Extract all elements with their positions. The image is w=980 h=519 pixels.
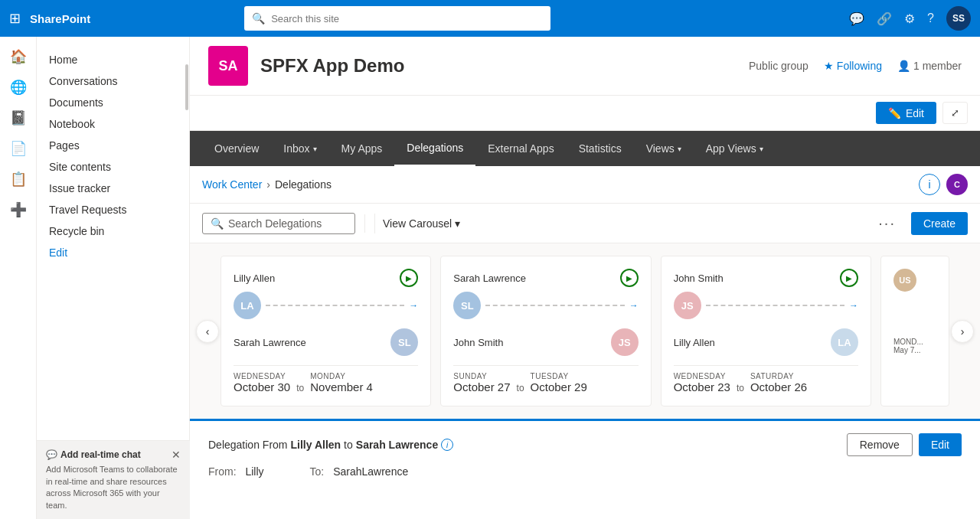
chat-close-icon[interactable]: ✕ xyxy=(172,449,181,461)
card-from-name: Sarah Lawrence xyxy=(453,273,526,284)
chat-icon[interactable]: 💬 xyxy=(849,11,864,26)
to-name: Sarah Lawrence xyxy=(356,439,438,451)
card-to-avatar: LA xyxy=(831,328,858,356)
chat-prompt-title: 💬 Add real-time chat xyxy=(46,449,141,460)
card-dates: SUNDAY October 27 to TUESDAY October 29 xyxy=(453,365,638,393)
site-logo: SA xyxy=(208,46,248,86)
search-placeholder-text: Search Delegations xyxy=(228,217,322,230)
breadcrumb-parent[interactable]: Work Center xyxy=(202,178,262,191)
tab-app-views[interactable]: App Views ▾ xyxy=(694,132,776,165)
from-name: Lilly Allen xyxy=(291,439,341,451)
play-icon: ▶ xyxy=(840,269,858,287)
nav-recycle-bin[interactable]: Recycle bin xyxy=(37,220,189,242)
toolbar-divider xyxy=(364,214,365,233)
breadcrumb-avatar[interactable]: C xyxy=(946,174,968,195)
delegation-card[interactable]: Lilly Allen ▶ LA → Sarah Lawrence SL xyxy=(220,256,431,406)
card-to-avatar: JS xyxy=(611,328,639,356)
from-field-label: From: xyxy=(208,465,237,478)
to-field-value: SarahLawrence xyxy=(333,465,408,478)
detail-edit-button[interactable]: Edit xyxy=(919,433,962,456)
tab-views[interactable]: Views ▾ xyxy=(634,132,694,165)
delegation-detail: Delegation From Lilly Allen to Sarah Law… xyxy=(190,419,980,490)
breadcrumb: Work Center › Delegations i C xyxy=(190,166,980,204)
delegation-title: Delegation From Lilly Allen to Sarah Law… xyxy=(208,439,453,451)
play-icon: ▶ xyxy=(400,269,418,287)
globe-nav-icon[interactable]: 🌐 xyxy=(5,73,32,101)
carousel-next-button[interactable]: › xyxy=(951,320,974,343)
info-icon-button[interactable]: i xyxy=(919,174,940,195)
share-icon[interactable]: 🔗 xyxy=(877,11,892,26)
to-field-label: To: xyxy=(310,465,325,478)
detail-actions: Remove Edit xyxy=(847,433,962,456)
card-from-avatar: JS xyxy=(674,292,701,319)
nav-issue-tracker[interactable]: Issue tracker xyxy=(37,178,189,199)
tab-my-apps[interactable]: My Apps xyxy=(329,132,395,165)
nav-home[interactable]: Home xyxy=(37,49,189,70)
detail-info-icon[interactable]: i xyxy=(441,439,453,451)
card-dates: WEDNESDAY October 23 to SATURDAY October… xyxy=(674,365,858,393)
nav-site-contents[interactable]: Site contents xyxy=(37,156,189,178)
create-button[interactable]: Create xyxy=(911,212,968,235)
public-group-label: Public group xyxy=(749,60,808,72)
left-icon-bar: 🏠 🌐 📓 📄 📋 ➕ xyxy=(0,37,37,519)
more-options-button[interactable]: ··· xyxy=(872,211,902,235)
search-icon: 🔍 xyxy=(252,12,265,24)
app-views-caret-icon: ▾ xyxy=(760,145,763,153)
edit-button[interactable]: ✏️ Edit xyxy=(876,102,936,124)
help-icon[interactable]: ? xyxy=(927,11,934,25)
search-input[interactable] xyxy=(271,13,543,24)
delegation-toolbar: 🔍 Search Delegations View Carousel ▾ ···… xyxy=(190,204,980,243)
carousel-prev-button[interactable]: ‹ xyxy=(196,320,219,343)
user-avatar[interactable]: SS xyxy=(946,6,971,31)
breadcrumb-icons: i C xyxy=(919,174,968,195)
list-nav-icon[interactable]: 📋 xyxy=(5,165,32,193)
delegation-card[interactable]: Sarah Lawrence ▶ SL → John Smith JS xyxy=(440,256,651,406)
search-box[interactable]: 🔍 xyxy=(244,6,550,31)
nav-notebook[interactable]: Notebook xyxy=(37,113,189,135)
nav-edit[interactable]: Edit xyxy=(37,242,189,263)
play-icon: ▶ xyxy=(620,269,639,287)
nav-travel-requests[interactable]: Travel Requests xyxy=(37,199,189,220)
nav-pages[interactable]: Pages xyxy=(37,135,189,156)
delegation-detail-header: Delegation From Lilly Allen to Sarah Law… xyxy=(208,433,962,456)
view-label: View xyxy=(383,217,406,230)
view-value: Carousel xyxy=(409,217,452,230)
pencil-icon: ✏️ xyxy=(888,107,901,119)
from-field: From: Lilly xyxy=(208,465,264,478)
site-header: SA SPFX App Demo Public group ★ Followin… xyxy=(190,37,980,96)
tab-statistics[interactable]: Statistics xyxy=(567,132,634,165)
following-button[interactable]: ★ Following xyxy=(824,60,882,72)
notebook-nav-icon[interactable]: 📓 xyxy=(5,104,32,132)
add-nav-icon[interactable]: ➕ xyxy=(5,196,32,224)
card-from-avatar: SL xyxy=(453,292,481,319)
tab-overview[interactable]: Overview xyxy=(202,132,271,165)
home-nav-icon[interactable]: 🏠 xyxy=(5,43,32,70)
member-count[interactable]: 👤 1 member xyxy=(897,60,962,72)
tab-inbox[interactable]: Inbox ▾ xyxy=(271,132,328,165)
tab-external-apps[interactable]: External Apps xyxy=(475,132,566,165)
remove-button[interactable]: Remove xyxy=(847,433,913,456)
to-field: To: SarahLawrence xyxy=(310,465,409,478)
card-to-name: Lilly Allen xyxy=(674,337,826,348)
settings-icon[interactable]: ⚙ xyxy=(904,11,915,26)
expand-button[interactable]: ⤢ xyxy=(942,102,968,124)
brand-name: SharePoint xyxy=(30,12,90,25)
tab-delegations[interactable]: Delegations xyxy=(394,131,475,166)
search-icon-small: 🔍 xyxy=(211,217,224,230)
to-label: to xyxy=(344,439,353,451)
card-from-name: John Smith xyxy=(674,273,724,284)
grid-icon[interactable]: ⊞ xyxy=(9,10,21,27)
card-from-name: Lilly Allen xyxy=(234,273,275,284)
chat-prompt: 💬 Add real-time chat ✕ Add Microsoft Tea… xyxy=(37,440,190,519)
view-selector[interactable]: View Carousel ▾ xyxy=(374,214,468,233)
delegation-search-box[interactable]: 🔍 Search Delegations xyxy=(202,213,355,234)
nav-conversations[interactable]: Conversations xyxy=(37,70,189,92)
delegation-card[interactable]: John Smith ▶ JS → Lilly Allen LA xyxy=(661,256,871,406)
breadcrumb-separator: › xyxy=(266,178,270,191)
delegation-card-partial[interactable]: US MOND... May 7... xyxy=(880,256,949,406)
pages-nav-icon[interactable]: 📄 xyxy=(5,135,32,162)
nav-documents[interactable]: Documents xyxy=(37,92,189,113)
site-title: SPFX App Demo xyxy=(260,55,404,77)
cards-container: Lilly Allen ▶ LA → Sarah Lawrence SL xyxy=(220,256,949,406)
breadcrumb-path: Work Center › Delegations xyxy=(202,178,332,191)
